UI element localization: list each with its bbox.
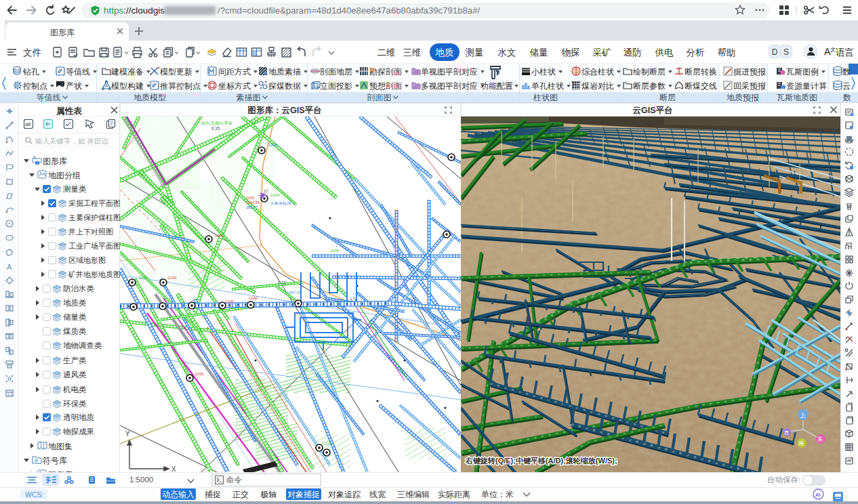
svg-text:1200: 1200 <box>167 276 177 280</box>
svg-text:1200: 1200 <box>249 296 258 300</box>
svg-text:1200: 1200 <box>215 234 224 238</box>
svg-text:1200: 1200 <box>225 299 234 303</box>
svg-text:T: T <box>61 82 64 87</box>
svg-text:1200: 1200 <box>268 143 278 147</box>
svg-text:X: X <box>171 465 176 472</box>
svg-text:E35: E35 <box>211 126 220 131</box>
svg-text:1200: 1200 <box>139 276 148 280</box>
svg-text:1200: 1200 <box>195 372 204 376</box>
svg-text:→→→1187.05: →→→1187.05 <box>274 291 302 295</box>
svg-text:1200: 1200 <box>270 193 280 197</box>
svg-text:南: 南 <box>798 440 804 446</box>
svg-text:右键旋转(Q/E);中键平移(A/D);滚轮缩放(W/S);: 右键旋转(Q/E);中键平移(A/D);滚轮缩放(W/S); <box>465 457 617 465</box>
svg-text:1200: 1200 <box>246 196 254 200</box>
svg-text:A: A <box>7 263 12 271</box>
svg-text:1200: 1200 <box>323 442 333 446</box>
svg-text:all: all <box>25 121 30 127</box>
svg-text:东: 东 <box>817 436 823 442</box>
svg-text:A: A <box>105 83 108 88</box>
svg-text:1:1: 1:1 <box>7 392 12 396</box>
svg-text:17: 17 <box>264 189 268 193</box>
svg-text:AI: AI <box>815 492 821 498</box>
svg-text:大巷(夹机)④→: 大巷(夹机)④→ <box>270 201 295 206</box>
svg-text:E35: E35 <box>278 280 287 285</box>
svg-text:西: 西 <box>784 430 789 436</box>
svg-text:Y: Y <box>125 430 130 438</box>
svg-text:1200: 1200 <box>330 249 340 253</box>
svg-text:282.37: 282.37 <box>246 205 258 209</box>
svg-text:1500.55: 1500.55 <box>246 201 260 205</box>
svg-text:采区(无煤柱)开采: 采区(无煤柱)开采 <box>201 121 232 126</box>
svg-text:上: 上 <box>800 412 806 419</box>
